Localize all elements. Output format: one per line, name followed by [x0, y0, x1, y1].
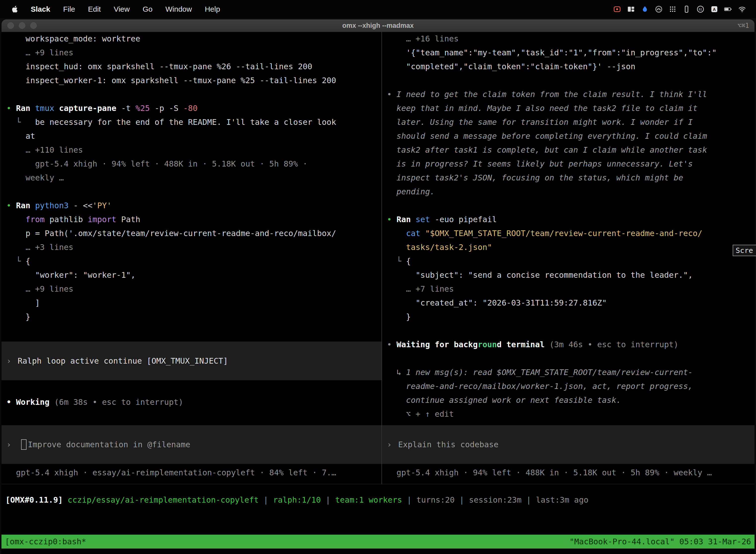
- terminal-line: [387, 324, 755, 338]
- left-model-status: gpt-5.4 xhigh · essay/ai-reimplementatio…: [6, 466, 336, 480]
- menu-item-view[interactable]: View: [107, 5, 136, 13]
- menu-item-edit[interactable]: Edit: [82, 5, 107, 13]
- terminal-line: readme-and-reco/mailbox/worker-1.json, a…: [387, 379, 755, 393]
- working-status: • Working (6m 38s • esc to interrupt): [1, 395, 381, 409]
- terminal-line: • I need to get the claim token from the…: [387, 88, 755, 101]
- terminal-line: [6, 185, 381, 199]
- inject-banner[interactable]: ›Ralph loop active continue [OMX_TMUX_IN…: [1, 341, 381, 380]
- right-prompt-input[interactable]: ›Explain this codebase: [382, 425, 755, 464]
- menu-bar: Slack FileEditViewGoWindowHelp 61A: [0, 0, 756, 18]
- screen-recording-indicator[interactable]: [612, 5, 622, 14]
- terminal-text: ↳ 1 new msg(s): read $OMX_TEAM_STATE_ROO…: [387, 368, 693, 377]
- terminal-text: later. Using the same for transition mig…: [387, 117, 693, 127]
- minimize-button[interactable]: [19, 22, 25, 29]
- terminal-text: "subject": "send a concise recommendatio…: [387, 270, 693, 280]
- terminal-text: python3: [35, 201, 69, 210]
- prompt-placeholder: Improve documentation in @filename: [28, 438, 190, 451]
- blue-app-icon[interactable]: [640, 5, 649, 14]
- terminal-line: '{"team_name":"my-team","task_id":"1","f…: [387, 46, 755, 60]
- terminal-text: -euo pipefail: [430, 215, 497, 224]
- battery-61-icon[interactable]: 61: [696, 5, 705, 14]
- window-shortcut-hint: ⌥⌘1: [737, 22, 749, 29]
- terminal-line: ↳ 1 new msg(s): read $OMX_TEAM_STATE_ROO…: [387, 365, 755, 379]
- menu-bar-left: Slack FileEditViewGoWindowHelp: [0, 5, 227, 13]
- terminal-text: -p -S: [150, 104, 183, 113]
- terminal-text: task2 after task1 is complete, but can I…: [387, 145, 707, 155]
- terminal-line: └ be necessary for the end of the README…: [6, 115, 381, 129]
- prompt-placeholder: Explain this codebase: [398, 438, 499, 451]
- menu-item-help[interactable]: Help: [198, 5, 227, 13]
- menu-item-window[interactable]: Window: [159, 5, 198, 13]
- terminal-text: '{"team_name":"my-team","task_id":"1","f…: [387, 48, 716, 57]
- terminal-line: … +9 lines: [6, 46, 381, 60]
- terminal-line: [6, 88, 381, 101]
- terminal-line: … +7 lines: [387, 282, 755, 296]
- terminal-line: "worker": "worker-1",: [6, 268, 381, 282]
- text-cursor: [21, 439, 26, 450]
- terminal-text: - <<: [68, 201, 92, 210]
- wifi-icon[interactable]: [737, 5, 747, 14]
- terminal-line: continue assigned work or next feasible …: [387, 393, 755, 407]
- terminal-line: [387, 351, 755, 365]
- device-icon[interactable]: [682, 5, 691, 14]
- menu-item-file[interactable]: File: [57, 5, 81, 13]
- terminal-text: inspect_worker-1: omx sparkshell --tmux-…: [6, 76, 336, 85]
- working-text: • Working: [6, 397, 49, 407]
- terminal-text: Ran: [16, 104, 35, 113]
- menu-item-go[interactable]: Go: [136, 5, 159, 13]
- dots-grid-icon[interactable]: [668, 5, 677, 14]
- edge-tooltip: Scre: [733, 245, 756, 256]
- window-titlebar[interactable]: omx --xhigh --madmax ⌥⌘1: [1, 19, 755, 32]
- round-app-icon[interactable]: [654, 5, 664, 14]
- terminal-text: from: [6, 215, 45, 224]
- terminal-text: Path: [116, 215, 140, 224]
- terminal-line: cat "$OMX_TEAM_STATE_ROOT/team/review-cu…: [387, 226, 755, 240]
- terminal-line: at: [6, 129, 381, 143]
- terminal-text: -80: [183, 104, 198, 113]
- terminal-text: gpt-5.4 xhigh · 94% left · 488K in · 5.1…: [6, 159, 308, 169]
- terminal-line: ]: [6, 296, 381, 310]
- terminal-text: tasks/task-2.json": [387, 242, 492, 252]
- terminal-text: -t: [116, 104, 135, 113]
- terminal-line: • Ran tmux capture-pane -t %25 -p -S -80: [6, 101, 381, 115]
- terminal-line: pending.: [387, 185, 755, 199]
- omx-status-segment: |: [321, 495, 335, 505]
- battery-icon[interactable]: [723, 5, 733, 14]
- terminal-text: continue assigned work or next feasible …: [387, 395, 621, 405]
- zoom-button[interactable]: [30, 22, 37, 29]
- terminal-line: weekly …: [6, 171, 381, 185]
- terminal-text: •: [387, 90, 397, 99]
- window-tiles-icon[interactable]: [626, 5, 636, 14]
- terminal-text: └: [387, 257, 406, 266]
- terminal-line: keep that in mind. Maybe I also need the…: [387, 101, 755, 115]
- terminal-text: … +7 lines: [387, 284, 454, 294]
- terminal-line: inspect task2's JSON, focusing on the st…: [387, 171, 755, 185]
- omx-status-line: [OMX#0.11.9] cczip/essay/ai-reimplementa…: [5, 493, 752, 507]
- terminal-line: [387, 73, 755, 88]
- svg-text:61: 61: [699, 8, 702, 11]
- window-title: omx --xhigh --madmax: [342, 22, 414, 30]
- window-controls: [7, 19, 37, 32]
- right-pane-output: … +16 lines '{"team_name":"my-team","tas…: [382, 32, 755, 421]
- close-button[interactable]: [7, 22, 14, 29]
- terminal-line: "completed","claim_token":"claim-token"}…: [387, 60, 755, 73]
- apple-menu-icon[interactable]: [5, 5, 24, 13]
- terminal-line: • Ran set -euo pipefail: [387, 213, 755, 226]
- terminal-line: └ {: [387, 254, 755, 268]
- terminal-text: at: [6, 131, 35, 141]
- terminal-text: be necessary for the end of the README. …: [35, 117, 336, 127]
- terminal-text: "created_at": "2026-03-31T11:59:27.816Z": [387, 298, 607, 308]
- left-prompt-input[interactable]: ›Improve documentation in @filename: [1, 425, 381, 464]
- terminal-line: [387, 199, 755, 213]
- terminal-text: Ran: [397, 215, 416, 224]
- terminal-text: }: [387, 312, 411, 321]
- terminal-text: (3m 46s • esc to interrupt): [545, 340, 678, 349]
- terminal-text: p = Path('.omx/state/team/review-current…: [6, 229, 336, 238]
- terminal-line: … +3 lines: [6, 240, 381, 254]
- terminal-text: … +3 lines: [6, 242, 73, 252]
- input-source-icon[interactable]: A: [710, 5, 719, 14]
- menu-item-slack[interactable]: Slack: [24, 5, 57, 13]
- terminal-line: workspace_mode: worktree: [6, 32, 381, 46]
- terminal-text: cat: [387, 229, 421, 238]
- terminal-text: I need to get the claim token from the c…: [397, 90, 707, 99]
